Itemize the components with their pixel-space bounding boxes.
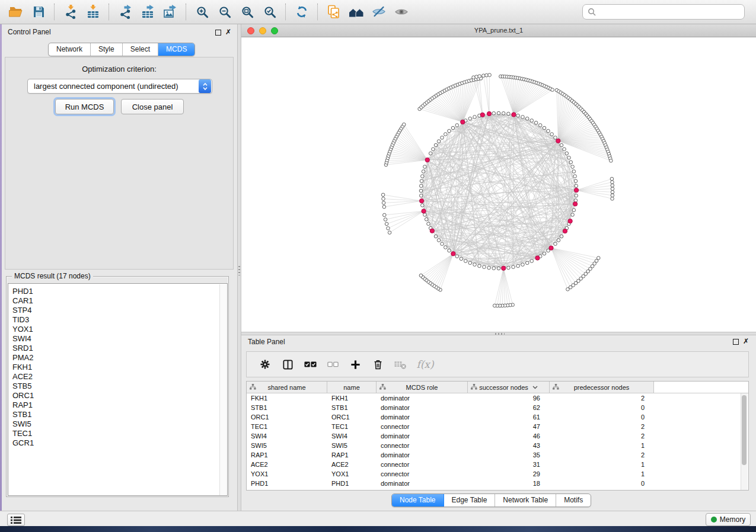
graph-hub-node[interactable] — [574, 188, 578, 192]
export-image-icon[interactable] — [159, 1, 181, 23]
graph-hub-node[interactable] — [425, 158, 429, 162]
optimization-criterion-dropdown[interactable]: largest connected component (undirected) — [27, 79, 212, 94]
memory-button[interactable]: Memory — [706, 513, 751, 526]
tab-style[interactable]: Style — [91, 43, 123, 56]
graph-hub-node[interactable] — [480, 113, 484, 117]
function-builder-icon[interactable]: f(x) — [412, 353, 439, 376]
float-window-icon[interactable] — [733, 339, 739, 345]
mcds-result-item[interactable]: FKH1 — [8, 363, 227, 372]
first-neighbors-icon[interactable] — [345, 1, 368, 23]
status-list-button[interactable] — [7, 514, 25, 526]
vertical-splitter[interactable] — [237, 24, 241, 511]
graph-hub-node[interactable] — [556, 139, 560, 143]
show-all-eye-icon[interactable] — [390, 1, 413, 23]
add-column-icon[interactable] — [344, 353, 366, 376]
table-row[interactable]: SWI4SWI4dominator462 — [247, 431, 748, 441]
mcds-result-item[interactable]: YOX1 — [8, 325, 227, 334]
mcds-result-item[interactable]: RAP1 — [8, 400, 227, 410]
mcds-list-scrollbar[interactable] — [219, 284, 227, 496]
graph-hub-node[interactable] — [430, 229, 434, 233]
network-canvas[interactable] — [241, 37, 756, 332]
table-row[interactable]: ACE2ACE2connector311 — [247, 460, 748, 469]
select-all-checkboxes-icon[interactable] — [299, 353, 321, 376]
mcds-result-item[interactable]: TEC1 — [8, 429, 227, 438]
mcds-result-item[interactable]: PHD1 — [8, 287, 227, 296]
close-panel-button[interactable]: Close panel — [121, 99, 184, 114]
deselect-all-checkboxes-icon[interactable] — [321, 353, 344, 376]
column-header-predecessor-nodes[interactable]: predecessor nodes — [550, 382, 654, 393]
graph-hub-node[interactable] — [461, 120, 465, 124]
settings-gear-icon[interactable] — [254, 353, 276, 376]
search-field[interactable] — [582, 4, 745, 20]
zoom-selected-icon[interactable] — [259, 1, 281, 23]
splitter-grip[interactable] — [238, 266, 240, 275]
tab-motifs[interactable]: Motifs — [556, 494, 591, 507]
network-graph[interactable] — [241, 37, 756, 332]
graph-hub-node[interactable] — [535, 256, 540, 260]
tab-mcds[interactable]: MCDS — [158, 43, 194, 56]
tab-select[interactable]: Select — [123, 43, 158, 56]
mcds-result-item[interactable]: STP4 — [8, 306, 227, 315]
float-window-icon[interactable] — [215, 30, 221, 36]
refresh-icon[interactable] — [291, 1, 313, 23]
mcds-result-item[interactable]: SRD1 — [8, 344, 227, 353]
zoom-out-icon[interactable] — [213, 1, 236, 23]
table-scrollbar-thumb[interactable] — [742, 395, 747, 465]
export-table-icon[interactable] — [136, 1, 159, 23]
column-header-MCDS-role[interactable]: MCDS role — [377, 382, 468, 393]
graph-hub-node[interactable] — [549, 246, 553, 250]
delete-column-trash-icon[interactable] — [366, 353, 389, 376]
mcds-result-item[interactable]: ORC1 — [8, 391, 227, 400]
mcds-result-item[interactable]: SWI5 — [8, 419, 227, 429]
table-scrollbar[interactable] — [741, 393, 748, 490]
graph-hub-node[interactable] — [573, 202, 577, 206]
splitter-grip[interactable] — [495, 333, 505, 335]
graph-hub-node[interactable] — [487, 111, 491, 116]
table-row[interactable]: PHD1PHD1dominator180 — [247, 479, 748, 488]
import-network-icon[interactable] — [59, 1, 82, 23]
toggle-columns-icon[interactable] — [276, 353, 299, 376]
search-input[interactable] — [599, 7, 744, 17]
run-mcds-button[interactable]: Run MCDS — [55, 99, 114, 114]
import-table-icon[interactable] — [82, 1, 104, 23]
table-row[interactable]: YOX1YOX1connector291 — [247, 469, 748, 479]
delete-table-icon[interactable] — [389, 353, 412, 376]
graph-hub-node[interactable] — [563, 229, 567, 233]
column-header-shared-name[interactable]: shared name — [247, 382, 327, 393]
tab-network-table[interactable]: Network Table — [495, 494, 556, 507]
mcds-result-item[interactable]: CAR1 — [8, 296, 227, 306]
duplicate-network-icon[interactable] — [323, 1, 345, 23]
table-row[interactable]: FKH1FKH1dominator962 — [247, 393, 748, 403]
table-row[interactable]: STB1STB1dominator620 — [247, 403, 748, 412]
zoom-in-icon[interactable] — [191, 1, 213, 23]
tab-edge-table[interactable]: Edge Table — [444, 494, 496, 507]
table-row[interactable]: RAP1RAP1dominator352 — [247, 450, 748, 460]
hide-selected-eye-icon[interactable] — [368, 1, 390, 23]
table-row[interactable]: ORC1ORC1dominator610 — [247, 412, 748, 422]
graph-hub-node[interactable] — [422, 209, 426, 213]
table-row[interactable]: SWI5SWI5connector431 — [247, 441, 748, 450]
tab-node-table[interactable]: Node Table — [392, 494, 444, 507]
mcds-result-item[interactable]: SWI4 — [8, 334, 227, 344]
mcds-result-item[interactable]: GCR1 — [8, 438, 227, 448]
graph-hub-node[interactable] — [568, 219, 572, 223]
graph-hub-node[interactable] — [512, 113, 516, 117]
open-session-icon[interactable] — [5, 1, 27, 23]
tab-network[interactable]: Network — [49, 43, 91, 56]
save-session-icon[interactable] — [27, 1, 50, 23]
mcds-result-item[interactable]: PMA2 — [8, 353, 227, 363]
mcds-result-item[interactable]: TID3 — [8, 315, 227, 325]
close-panel-icon[interactable]: ✗ — [225, 28, 231, 36]
graph-hub-node[interactable] — [419, 198, 423, 203]
graph-hub-node[interactable] — [502, 266, 506, 270]
mcds-result-item[interactable]: STB5 — [8, 382, 227, 391]
export-network-icon[interactable] — [114, 1, 136, 23]
zoom-fit-icon[interactable] — [236, 1, 259, 23]
close-panel-icon[interactable]: ✗ — [743, 338, 749, 345]
network-window-titlebar[interactable]: YPA_prune.txt_1 — [241, 24, 756, 37]
mcds-result-item[interactable]: ACE2 — [8, 372, 227, 382]
mcds-result-item[interactable]: STB1 — [8, 410, 227, 419]
graph-hub-node[interactable] — [451, 252, 455, 256]
column-header-name[interactable]: name — [327, 382, 377, 393]
column-header-successor-nodes[interactable]: successor nodes — [468, 382, 550, 393]
